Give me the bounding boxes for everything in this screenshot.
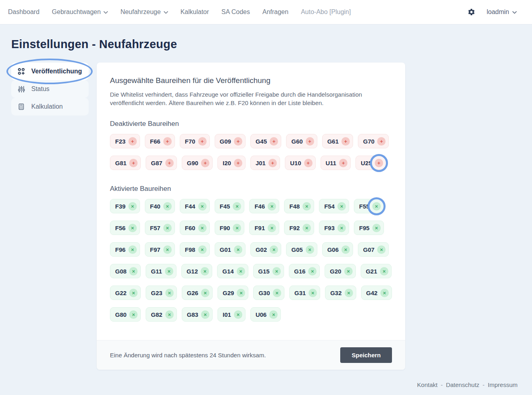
user-menu[interactable]: loadmin (487, 8, 517, 16)
chip-g05: G05× (286, 242, 317, 257)
nav-item-neufahrzeuge[interactable]: Neufahrzeuge (120, 8, 168, 16)
chip-label: G45 (256, 138, 267, 145)
chip-i20: I20+ (217, 156, 246, 170)
chip-f98: F98× (180, 242, 210, 257)
settings-gear-icon[interactable] (467, 8, 475, 16)
deactivate-x-button[interactable]: × (303, 224, 311, 232)
activate-plus-button[interactable]: + (201, 159, 209, 167)
activate-plus-button[interactable]: + (375, 159, 383, 167)
deactivate-x-button[interactable]: × (337, 202, 346, 211)
footer-link-datenschutz[interactable]: Datenschutz (446, 381, 479, 388)
deactivate-x-button[interactable]: × (129, 267, 138, 275)
deactivate-x-button[interactable]: × (198, 224, 207, 232)
chip-g32: G32× (325, 286, 356, 300)
nav-item-label: Neufahrzeuge (120, 8, 161, 16)
deactivate-x-button[interactable]: × (344, 267, 353, 275)
nav-item-anfragen[interactable]: Anfragen (262, 8, 288, 16)
activate-plus-button[interactable]: + (163, 137, 172, 146)
save-button[interactable]: Speichern (340, 347, 392, 363)
deactivate-x-button[interactable]: × (165, 289, 174, 297)
deactivate-x-button[interactable]: × (341, 245, 350, 254)
chip-label: G30 (258, 290, 270, 296)
deactivate-x-button[interactable]: × (272, 267, 281, 275)
activate-plus-button[interactable]: + (377, 137, 386, 146)
deactivate-x-button[interactable]: × (269, 310, 278, 319)
chip-label: G42 (366, 290, 378, 296)
deactivate-x-button[interactable]: × (372, 224, 381, 232)
sidebar-item-kalkulation[interactable]: Kalkulation (11, 98, 89, 115)
activate-plus-button[interactable]: + (270, 137, 278, 146)
activate-plus-button[interactable]: + (198, 137, 207, 146)
chip-label: F90 (220, 225, 230, 231)
deactivate-x-button[interactable]: × (129, 289, 138, 297)
deactivate-x-button[interactable]: × (380, 267, 388, 275)
deactivate-x-button[interactable]: × (198, 202, 207, 211)
deactivate-x-button[interactable]: × (268, 202, 276, 211)
activate-plus-button[interactable]: + (234, 137, 242, 146)
deactivate-x-button[interactable]: × (380, 289, 389, 297)
footer-link-kontakt[interactable]: Kontakt (417, 381, 438, 388)
card-heading: Ausgewählte Baureihen für die Veröffentl… (110, 76, 392, 85)
deactivate-x-button[interactable]: × (163, 202, 172, 211)
deactivate-x-button[interactable]: × (233, 224, 241, 232)
deactivate-x-button[interactable]: × (129, 310, 138, 319)
activate-plus-button[interactable]: + (268, 159, 277, 167)
activate-plus-button[interactable]: + (306, 137, 314, 146)
deactivate-x-button[interactable]: × (128, 245, 137, 254)
deactivate-x-button[interactable]: × (237, 289, 245, 297)
nav-item-sa-codes[interactable]: SA Codes (221, 8, 250, 16)
deactivate-x-button[interactable]: × (233, 202, 241, 211)
deactivate-x-button[interactable]: × (237, 267, 245, 275)
nav-item-kalkulator[interactable]: Kalkulator (181, 8, 209, 16)
chip-label: U11 (326, 160, 337, 166)
deactivate-x-button[interactable]: × (345, 289, 353, 297)
activate-plus-button[interactable]: + (341, 137, 350, 146)
deactivate-x-button[interactable]: × (234, 245, 242, 254)
activate-plus-button[interactable]: + (165, 159, 174, 167)
chip-g09: G09+ (215, 134, 246, 148)
nav-item-dashboard[interactable]: Dashboard (8, 8, 39, 16)
deactivate-x-button[interactable]: × (198, 245, 207, 254)
deactivate-x-button[interactable]: × (165, 267, 173, 275)
chip-f92: F92× (284, 221, 314, 235)
sidebar-item-status[interactable]: Status (11, 80, 89, 98)
deactivate-x-button[interactable]: × (309, 289, 317, 297)
deactivate-x-button[interactable]: × (372, 202, 381, 211)
deactivate-x-button[interactable]: × (128, 224, 137, 232)
chip-label: F48 (289, 203, 300, 210)
deactivate-x-button[interactable]: × (308, 267, 317, 275)
deactivate-x-button[interactable]: × (377, 245, 386, 254)
deactivate-x-button[interactable]: × (303, 202, 311, 211)
nav-item-gebrauchtwagen[interactable]: Gebrauchtwagen (52, 8, 108, 16)
deactivate-x-button[interactable]: × (128, 202, 137, 211)
deactivate-x-button[interactable]: × (165, 310, 174, 319)
deactivate-x-button[interactable]: × (201, 289, 209, 297)
footer-link-impressum[interactable]: Impressum (488, 381, 518, 388)
chip-g15: G15× (253, 264, 284, 278)
activate-plus-button[interactable]: + (234, 159, 242, 167)
sidebar-item-veroeffentlichung[interactable]: Veröffentlichung (11, 63, 89, 80)
activate-plus-button[interactable]: + (304, 159, 313, 167)
deactivate-x-button[interactable]: × (234, 310, 242, 319)
deactivate-x-button[interactable]: × (306, 245, 314, 254)
page-main: Einstellungen - Neufahrzeuge Veröffentli… (0, 38, 532, 388)
activate-plus-button[interactable]: + (129, 159, 138, 167)
deactivate-x-button[interactable]: × (201, 310, 209, 319)
whitelist-card: Ausgewählte Baureihen für die Veröffentl… (97, 63, 405, 370)
activate-plus-button[interactable]: + (339, 159, 347, 167)
deactivate-x-button[interactable]: × (268, 224, 276, 232)
chip-label: F56 (115, 225, 126, 231)
nav-item-auto-abo-plugin[interactable]: Auto-Abo [Plugin] (301, 8, 351, 16)
deactivate-x-button[interactable]: × (273, 289, 281, 297)
deactivate-x-button[interactable]: × (337, 224, 346, 232)
chip-g07: G07× (358, 242, 389, 257)
sidebar-item-label: Kalkulation (31, 103, 63, 110)
deactivate-x-button[interactable]: × (201, 267, 209, 275)
deactivate-x-button[interactable]: × (163, 245, 172, 254)
deactivate-x-button[interactable]: × (163, 224, 172, 232)
chip-g01: G01× (215, 242, 246, 257)
chip-label: F96 (115, 246, 126, 253)
sliders-icon (17, 85, 26, 93)
activate-plus-button[interactable]: + (128, 137, 137, 146)
deactivate-x-button[interactable]: × (270, 245, 278, 254)
